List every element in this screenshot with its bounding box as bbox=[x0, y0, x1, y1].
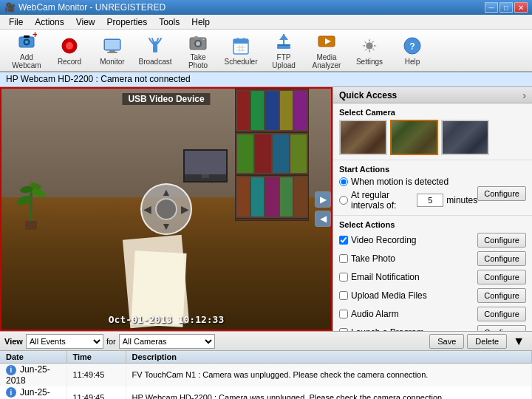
menu-tools[interactable]: Tools bbox=[153, 16, 185, 29]
menu-properties[interactable]: Properties bbox=[101, 16, 154, 29]
bookshelf-row-2 bbox=[236, 133, 308, 177]
scheduler-label: Scheduler bbox=[224, 58, 257, 66]
camera-thumbnails bbox=[339, 120, 526, 155]
right-panel: Quick Access › Select Camera Start Actio… bbox=[332, 87, 532, 331]
record-label: Record bbox=[58, 58, 81, 66]
ftp-upload-button[interactable]: FTP Upload bbox=[263, 32, 304, 69]
camera-status-text: HP Webcam HD-2200 : Camera not connected bbox=[6, 74, 191, 84]
menu-view[interactable]: View bbox=[70, 16, 101, 29]
window-icon: 🎥 bbox=[4, 2, 16, 13]
camera-thumb-2[interactable] bbox=[390, 120, 438, 155]
motion-detection-label: When motion is detected bbox=[351, 177, 449, 187]
launch-program-configure-button[interactable]: Configure bbox=[477, 325, 526, 331]
quick-access-title: Quick Access bbox=[339, 90, 397, 100]
book bbox=[265, 177, 278, 216]
book bbox=[294, 91, 307, 130]
interval-radio[interactable] bbox=[339, 196, 348, 205]
event-date-2: i Jun-25-2018 bbox=[0, 386, 66, 400]
nav-prev-button[interactable]: ◀ bbox=[315, 211, 331, 227]
take-photo-button[interactable]: Take Photo bbox=[177, 32, 219, 69]
desk-monitor-screen bbox=[185, 151, 226, 175]
camera-thumb-1[interactable] bbox=[339, 120, 387, 155]
broadcast-label: Broadcast bbox=[138, 58, 171, 66]
email-notification-checkbox[interactable] bbox=[339, 273, 348, 282]
media-analyzer-label: Media Analyzer bbox=[310, 53, 344, 69]
scheduler-button[interactable]: Scheduler bbox=[220, 32, 262, 69]
launch-program-checkbox[interactable] bbox=[339, 328, 348, 331]
camera-filter-select[interactable]: All Cameras HP Webcam HD-2200 FV TouchCa… bbox=[119, 334, 215, 349]
select-actions-section: Select Actions Video Recording Configure… bbox=[333, 216, 532, 331]
book bbox=[273, 134, 289, 174]
plant-area bbox=[9, 174, 53, 233]
table-row: i Jun-25-2018 11:49:45 FV TouchCam N1 : … bbox=[0, 364, 532, 386]
upload-media-checkbox[interactable] bbox=[339, 291, 348, 300]
start-actions-configure-button[interactable]: Configure bbox=[477, 186, 526, 201]
audio-alarm-configure-button[interactable]: Configure bbox=[477, 307, 526, 321]
audio-alarm-checkbox[interactable] bbox=[339, 310, 348, 318]
monitor-button[interactable]: Monitor bbox=[92, 32, 133, 69]
menu-bar: File Actions View Properties Tools Help bbox=[0, 15, 532, 30]
maximize-button[interactable]: □ bbox=[499, 2, 513, 13]
book bbox=[255, 134, 271, 174]
svg-rect-16 bbox=[194, 36, 198, 38]
media-analyzer-button[interactable]: Media Analyzer bbox=[306, 32, 347, 69]
book bbox=[280, 177, 293, 216]
menu-help[interactable]: Help bbox=[185, 16, 216, 29]
email-notification-configure-button[interactable]: Configure bbox=[477, 270, 526, 284]
close-button[interactable]: ✕ bbox=[514, 2, 528, 13]
settings-icon bbox=[359, 35, 380, 56]
svg-text:+: + bbox=[33, 31, 37, 40]
select-camera-section: Select Camera bbox=[333, 103, 532, 160]
svg-rect-10 bbox=[107, 52, 117, 53]
save-button[interactable]: Save bbox=[429, 334, 464, 349]
record-icon bbox=[59, 35, 80, 56]
ftp-upload-icon bbox=[273, 31, 294, 52]
event-filter-select[interactable]: All Events Motion Events Schedule Events… bbox=[26, 334, 103, 349]
ptz-up-arrow: ▲ bbox=[161, 186, 171, 198]
event-icon-2: i bbox=[6, 387, 16, 398]
svg-rect-9 bbox=[109, 50, 115, 52]
menu-actions[interactable]: Actions bbox=[29, 16, 69, 29]
svg-point-15 bbox=[196, 41, 200, 46]
toolbar: + Add Webcam Record Monitor bbox=[0, 30, 532, 72]
video-recording-label: Video Recording bbox=[351, 235, 417, 245]
monitor-label: Monitor bbox=[100, 58, 124, 66]
video-area: USB Video Device ▲ ▼ ◀ ▶ ▶ ◀ Oct-01-2013… bbox=[0, 87, 332, 331]
title-bar: 🎥 WebCam Monitor - UNREGISTERED ─ □ ✕ bbox=[0, 0, 532, 15]
motion-detection-option: When motion is detected bbox=[339, 177, 477, 187]
quick-access-expand-icon[interactable]: › bbox=[522, 89, 526, 101]
controller-circle[interactable]: ▲ ▼ ◀ ▶ bbox=[140, 183, 192, 235]
launch-program-row: Launch a Program Configure bbox=[339, 324, 526, 331]
upload-media-configure-button[interactable]: Configure bbox=[477, 288, 526, 303]
event-log-expand-icon[interactable]: ▼ bbox=[510, 335, 528, 348]
menu-file[interactable]: File bbox=[3, 16, 29, 29]
help-button[interactable]: ? Help bbox=[392, 32, 433, 69]
video-recording-checkbox[interactable] bbox=[339, 236, 348, 245]
minimize-button[interactable]: ─ bbox=[485, 2, 498, 13]
svg-point-12 bbox=[153, 41, 157, 46]
ptz-controller[interactable]: ▲ ▼ ◀ ▶ bbox=[140, 183, 192, 235]
svg-rect-3 bbox=[24, 35, 30, 38]
event-log-area: View All Events Motion Events Schedule E… bbox=[0, 331, 532, 399]
svg-point-6 bbox=[66, 42, 73, 50]
video-timestamp: Oct-01-2013 10:12:33 bbox=[109, 314, 225, 325]
interval-value-input[interactable] bbox=[417, 194, 443, 207]
camera-thumb-3[interactable] bbox=[441, 120, 489, 155]
settings-button[interactable]: Settings bbox=[349, 32, 390, 69]
book bbox=[237, 134, 253, 174]
motion-detection-radio[interactable] bbox=[339, 177, 348, 186]
take-photo-configure-button[interactable]: Configure bbox=[477, 251, 526, 266]
broadcast-button[interactable]: Broadcast bbox=[134, 32, 176, 69]
add-webcam-button[interactable]: + Add Webcam bbox=[6, 32, 47, 69]
take-photo-checkbox[interactable] bbox=[339, 254, 348, 263]
controller-center bbox=[155, 198, 177, 220]
start-actions-section: Start Actions When motion is detected At… bbox=[333, 160, 532, 216]
interval-unit-label: minutes bbox=[446, 195, 477, 205]
monitor-icon bbox=[102, 35, 123, 56]
bookshelf-row-3 bbox=[236, 176, 308, 219]
delete-button[interactable]: Delete bbox=[467, 334, 507, 349]
record-button[interactable]: Record bbox=[49, 32, 90, 69]
event-icon-1: i bbox=[6, 365, 16, 375]
nav-next-button[interactable]: ▶ bbox=[315, 191, 331, 208]
video-recording-configure-button[interactable]: Configure bbox=[477, 233, 526, 248]
